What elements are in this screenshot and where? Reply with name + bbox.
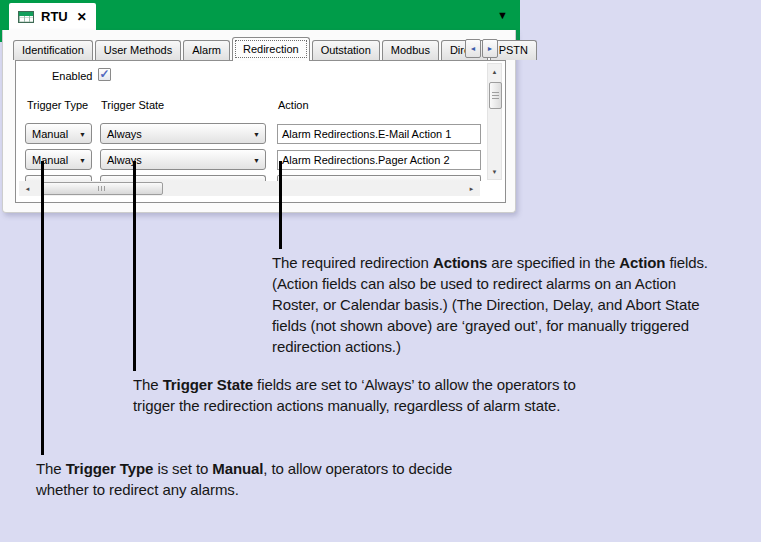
tab-outstation[interactable]: Outstation — [312, 40, 380, 60]
trigger-type-dropdown-row1[interactable]: Manual ▼ — [25, 123, 92, 144]
action-field-row2[interactable]: Alarm Redirections.Pager Action 2 — [277, 150, 481, 170]
annotation-action: The required redirection Actions are spe… — [272, 252, 708, 357]
chevron-down-icon[interactable]: ▼ — [497, 10, 508, 21]
annotation-trigger-state: The Trigger State fields are set to ‘Alw… — [133, 374, 576, 416]
tab-scroll-buttons: ◄ ► — [465, 39, 498, 58]
dropdown-value: Always — [107, 154, 142, 166]
chevron-down-icon: ▼ — [79, 131, 86, 138]
arrow-down-icon: ▼ — [492, 169, 498, 175]
chevron-down-icon: ▼ — [253, 131, 260, 138]
redirection-tab-panel: Enabled ✓ Trigger Type Trigger State Act… — [15, 60, 506, 203]
horizontal-scrollbar-thumb[interactable] — [41, 182, 163, 195]
tab-modbus[interactable]: Modbus — [382, 40, 439, 60]
chevron-down-icon: ▼ — [253, 157, 260, 164]
scroll-left-button[interactable]: ◄ — [21, 182, 34, 195]
callout-line-trigger-type — [41, 161, 44, 455]
tab-bar: Identification User Methods Alarm Redire… — [13, 38, 539, 60]
scroll-up-button[interactable]: ▲ — [488, 65, 501, 78]
tab-alarm[interactable]: Alarm — [183, 40, 230, 60]
action-field-row1[interactable]: Alarm Redirections.E-Mail Action 1 — [277, 124, 481, 144]
chevron-down-icon: ▼ — [79, 157, 86, 164]
enabled-checkbox[interactable]: ✓ — [98, 68, 111, 81]
trigger-state-dropdown-row2[interactable]: Always ▼ — [100, 149, 266, 170]
document-tab-label: RTU — [41, 9, 68, 24]
tab-user-methods[interactable]: User Methods — [95, 40, 181, 60]
dropdown-value: Always — [107, 128, 142, 140]
vertical-scrollbar-thumb[interactable] — [489, 82, 502, 109]
trigger-state-dropdown-row1[interactable]: Always ▼ — [100, 123, 266, 144]
callout-line-action — [279, 161, 282, 249]
arrow-right-icon: ► — [487, 45, 494, 52]
document-tab-rtu[interactable]: RTU ✕ — [9, 3, 96, 30]
callout-line-trigger-state — [133, 161, 136, 371]
column-header-trigger-state: Trigger State — [101, 99, 164, 111]
arrow-left-icon: ◄ — [470, 45, 477, 52]
column-header-trigger-type: Trigger Type — [27, 99, 88, 111]
column-header-action: Action — [278, 99, 309, 111]
close-icon[interactable]: ✕ — [77, 11, 87, 23]
rtu-grid-icon — [18, 11, 34, 23]
arrow-up-icon: ▲ — [492, 69, 498, 75]
tab-identification[interactable]: Identification — [13, 40, 93, 60]
trigger-type-dropdown-row2[interactable]: Manual ▼ — [25, 149, 92, 170]
tab-scroll-left-button[interactable]: ◄ — [465, 39, 481, 58]
horizontal-scrollbar[interactable]: ◄ ► — [19, 181, 480, 196]
arrow-right-icon: ► — [469, 186, 475, 192]
tab-scroll-right-button[interactable]: ► — [482, 39, 498, 58]
annotation-trigger-type: The Trigger Type is set to Manual, to al… — [36, 458, 452, 500]
scroll-down-button[interactable]: ▼ — [488, 165, 501, 178]
dropdown-value: Manual — [32, 154, 68, 166]
vertical-scrollbar[interactable]: ▲ ▼ — [487, 63, 502, 180]
dropdown-value: Manual — [32, 128, 68, 140]
arrow-left-icon: ◄ — [25, 186, 31, 192]
scroll-right-button[interactable]: ► — [465, 182, 478, 195]
enabled-label: Enabled — [52, 70, 92, 82]
rtu-editor-window: Identification User Methods Alarm Redire… — [2, 30, 516, 213]
check-icon: ✓ — [99, 67, 109, 81]
tab-redirection[interactable]: Redirection — [232, 37, 310, 61]
